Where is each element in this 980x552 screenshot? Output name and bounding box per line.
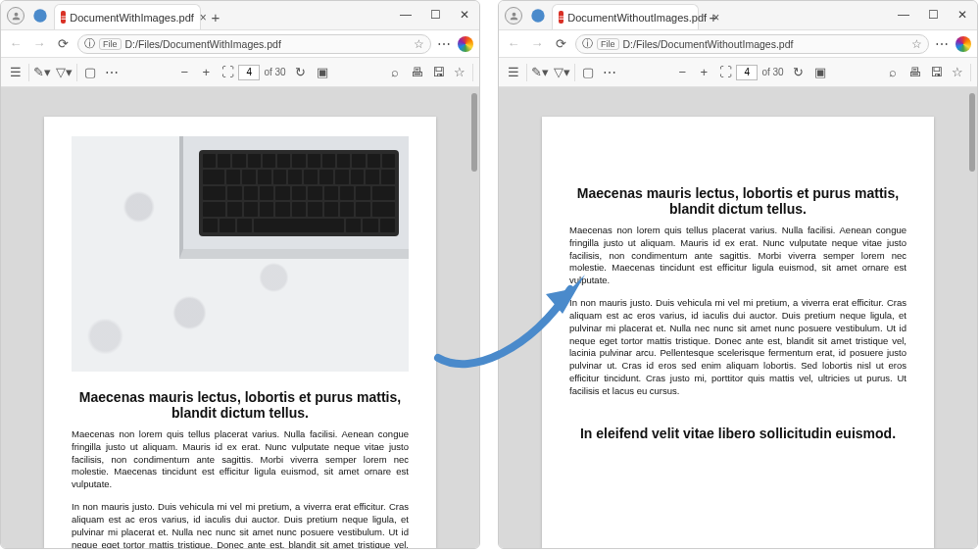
page-total-label: of 30 <box>260 67 289 77</box>
doc-paragraph: In non mauris justo. Duis vehicula mi ve… <box>72 501 409 548</box>
rotate-icon[interactable]: ↻ <box>290 62 312 83</box>
presentation-icon[interactable]: ▣ <box>312 62 333 83</box>
pdf-page: Maecenas mauris lectus, lobortis et puru… <box>542 117 934 548</box>
info-icon[interactable]: ⓘ <box>582 36 593 51</box>
browser-tab[interactable]: ≡ DocumentWithoutImages.pdf × <box>552 4 699 29</box>
page-view-icon[interactable]: ▢ <box>79 62 101 83</box>
print-icon[interactable]: 🖶 <box>406 62 427 83</box>
zoom-out-button[interactable]: − <box>173 62 195 83</box>
favorite-star-icon[interactable]: ☆ <box>414 37 424 51</box>
sidebar-toggle-icon[interactable]: ☰ <box>5 62 26 83</box>
profile-avatar-icon[interactable] <box>7 7 24 25</box>
tab-title: DocumentWithImages.pdf <box>70 12 194 24</box>
highlight-tool-icon[interactable]: ▽▾ <box>53 62 74 83</box>
share-icon[interactable]: ☆ <box>947 62 968 83</box>
file-chip: File <box>597 38 619 50</box>
window-close-button[interactable]: ✕ <box>450 1 479 28</box>
window-titlebar: ≡ DocumentWithoutImages.pdf × + — ☐ ✕ <box>499 1 977 30</box>
file-chip: File <box>99 38 122 50</box>
draw-tool-icon[interactable]: ✎▾ <box>31 62 53 83</box>
fit-page-icon[interactable]: ⛶ <box>714 62 736 83</box>
pdf-viewport[interactable]: Maecenas mauris lectus, lobortis et puru… <box>1 87 479 548</box>
vertical-scrollbar[interactable] <box>471 93 477 172</box>
doc-heading: In eleifend velit vitae libero sollicitu… <box>569 426 906 441</box>
browser-logo-icon <box>528 6 548 25</box>
browser-menu-button[interactable]: ⋯ <box>437 36 452 52</box>
window-controls: — ☐ ✕ <box>889 1 977 28</box>
window-controls: — ☐ ✕ <box>391 1 479 28</box>
forward-button[interactable]: → <box>528 35 546 53</box>
browser-tab[interactable]: ≡ DocumentWithImages.pdf × <box>54 4 201 29</box>
zoom-in-button[interactable]: + <box>693 62 714 83</box>
browser-window-left: ≡ DocumentWithImages.pdf × + — ☐ ✕ ← → ⟳… <box>0 0 480 549</box>
browser-logo-icon <box>30 6 50 25</box>
extension-colorwheel-icon[interactable] <box>458 36 473 52</box>
url-field[interactable]: ⓘ File D:/Files/DocumentWithImages.pdf ☆ <box>77 34 431 54</box>
separator <box>472 64 473 81</box>
info-icon[interactable]: ⓘ <box>84 36 95 51</box>
window-minimize-button[interactable]: — <box>889 1 918 28</box>
pdf-page: Maecenas mauris lectus, lobortis et puru… <box>44 117 436 548</box>
search-icon[interactable]: ⌕ <box>384 62 406 83</box>
new-tab-button[interactable]: + <box>703 6 724 27</box>
url-text: D:/Files/DocumentWithoutImages.pdf <box>623 38 794 50</box>
zoom-out-button[interactable]: − <box>671 62 693 83</box>
pdf-file-icon: ≡ <box>559 11 564 24</box>
separator <box>526 64 527 81</box>
more-tools-button[interactable]: ⋯ <box>599 62 620 83</box>
doc-paragraph: Maecenas non lorem quis tellus placerat … <box>569 225 906 287</box>
more-tools-button[interactable]: ⋯ <box>101 62 122 83</box>
separator <box>970 64 971 81</box>
window-close-button[interactable]: ✕ <box>948 1 977 28</box>
favorite-star-icon[interactable]: ☆ <box>911 37 922 51</box>
zoom-in-button[interactable]: + <box>195 62 217 83</box>
forward-button[interactable]: → <box>30 35 48 53</box>
separator <box>76 64 77 81</box>
address-bar: ← → ⟳ ⓘ File D:/Files/DocumentWithImages… <box>1 30 479 58</box>
svg-point-1 <box>531 9 544 22</box>
share-icon[interactable]: ☆ <box>449 62 470 83</box>
url-text: D:/Files/DocumentWithImages.pdf <box>125 38 281 50</box>
profile-avatar-icon[interactable] <box>505 7 522 25</box>
presentation-icon[interactable]: ▣ <box>809 62 831 83</box>
fit-page-icon[interactable]: ⛶ <box>217 62 238 83</box>
pdf-file-icon: ≡ <box>61 11 66 24</box>
search-icon[interactable]: ⌕ <box>882 62 904 83</box>
page-number-input[interactable] <box>736 65 758 80</box>
window-minimize-button[interactable]: — <box>391 1 420 28</box>
address-bar: ← → ⟳ ⓘ File D:/Files/DocumentWithoutIma… <box>499 30 977 58</box>
highlight-tool-icon[interactable]: ▽▾ <box>551 62 572 83</box>
save-icon[interactable]: 🖫 <box>925 62 947 83</box>
doc-paragraph: In non mauris justo. Duis vehicula mi ve… <box>569 297 906 398</box>
document-hero-image <box>72 136 409 372</box>
browser-window-right: ≡ DocumentWithoutImages.pdf × + — ☐ ✕ ← … <box>498 0 978 549</box>
back-button[interactable]: ← <box>7 35 24 53</box>
new-tab-button[interactable]: + <box>205 6 226 27</box>
separator <box>28 64 29 81</box>
page-view-icon[interactable]: ▢ <box>577 62 599 83</box>
tab-title: DocumentWithoutImages.pdf <box>567 12 707 24</box>
extension-colorwheel-icon[interactable] <box>956 36 971 52</box>
window-maximize-button[interactable]: ☐ <box>918 1 948 28</box>
back-button[interactable]: ← <box>505 35 522 53</box>
doc-heading: Maecenas mauris lectus, lobortis et puru… <box>569 185 906 217</box>
vertical-scrollbar[interactable] <box>969 93 975 172</box>
page-total-label: of 30 <box>758 67 787 77</box>
pdf-viewport[interactable]: Maecenas mauris lectus, lobortis et puru… <box>499 87 977 548</box>
rotate-icon[interactable]: ↻ <box>788 62 809 83</box>
print-icon[interactable]: 🖶 <box>904 62 925 83</box>
browser-menu-button[interactable]: ⋯ <box>935 36 950 52</box>
draw-tool-icon[interactable]: ✎▾ <box>529 62 551 83</box>
window-titlebar: ≡ DocumentWithImages.pdf × + — ☐ ✕ <box>1 1 479 30</box>
doc-heading: Maecenas mauris lectus, lobortis et puru… <box>72 389 409 421</box>
doc-paragraph: Maecenas non lorem quis tellus placerat … <box>72 428 409 491</box>
sidebar-toggle-icon[interactable]: ☰ <box>503 62 524 83</box>
save-icon[interactable]: 🖫 <box>427 62 449 83</box>
page-number-input[interactable] <box>238 65 260 80</box>
window-maximize-button[interactable]: ☐ <box>420 1 450 28</box>
refresh-button[interactable]: ⟳ <box>54 35 72 53</box>
refresh-button[interactable]: ⟳ <box>552 35 569 53</box>
pdf-toolbar: ☰ ✎▾ ▽▾ ▢ ⋯ − + ⛶ of 30 ↻ ▣ ⌕ 🖶 🖫 ☆ <box>499 58 977 87</box>
url-field[interactable]: ⓘ File D:/Files/DocumentWithoutImages.pd… <box>575 34 929 54</box>
separator <box>574 64 575 81</box>
